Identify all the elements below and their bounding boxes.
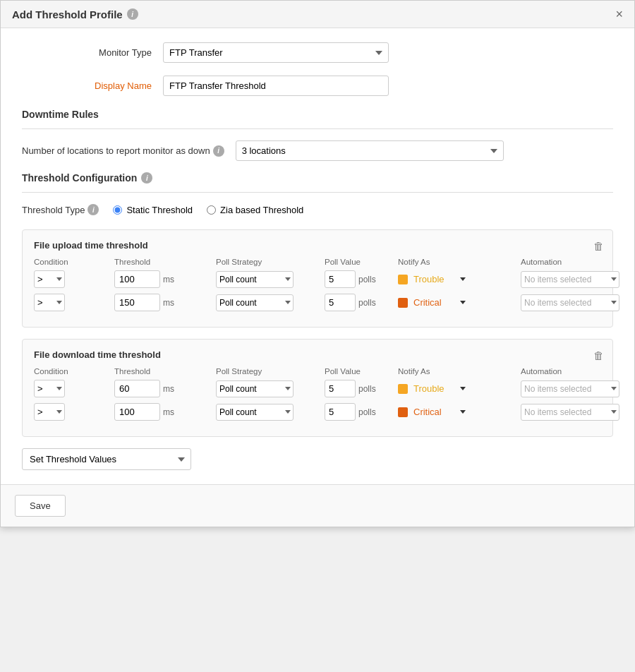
download-row2-poll-value-input[interactable] xyxy=(325,403,356,421)
upload-row1-poll-strategy-select[interactable]: Poll count xyxy=(216,271,294,288)
download-row1-automation-select[interactable]: No items selected xyxy=(521,380,619,397)
download-row2-poll-strategy-select[interactable]: Poll count xyxy=(216,404,294,421)
zia-threshold-label: Zia based Threshold xyxy=(220,205,303,215)
download-row1-notify-badge xyxy=(398,384,408,394)
static-threshold-radio[interactable] xyxy=(113,205,122,215)
upload-col-notify-as: Notify As xyxy=(398,258,518,266)
upload-row1-poll-strategy: Poll count xyxy=(216,271,322,288)
download-row2-notify-badge xyxy=(398,407,408,417)
upload-row2-unit: ms xyxy=(163,298,174,308)
upload-row-1: > ms Poll count polls xyxy=(34,270,601,288)
threshold-config-title: Threshold Configuration i xyxy=(22,172,613,184)
download-row1-notify-select[interactable]: Trouble Critical xyxy=(411,380,467,397)
title-info-icon[interactable]: i xyxy=(127,8,138,20)
download-box-delete-button[interactable]: 🗑 xyxy=(593,349,604,361)
dialog-footer: Save xyxy=(1,484,634,527)
threshold-config-info-icon[interactable]: i xyxy=(141,172,152,184)
download-row1-poll-value-input[interactable] xyxy=(325,380,356,397)
download-row2-condition-select[interactable]: > xyxy=(34,403,65,421)
set-threshold-wrap: Set Threshold Values xyxy=(22,448,613,470)
download-row1-notify: Trouble Critical xyxy=(398,380,518,397)
close-button[interactable]: × xyxy=(615,8,623,20)
threshold-type-info-icon[interactable]: i xyxy=(87,204,99,215)
download-row1-threshold: ms xyxy=(114,380,213,397)
upload-row1-notify-badge xyxy=(398,275,408,284)
upload-row2-poll-value: polls xyxy=(325,294,395,311)
download-row1-condition-select[interactable]: > xyxy=(34,380,65,397)
download-row-2: > ms Poll count polls xyxy=(34,403,601,421)
set-threshold-select[interactable]: Set Threshold Values xyxy=(22,448,191,470)
downtime-label: Number of locations to report monitor as… xyxy=(22,145,224,157)
upload-row2-polls-label: polls xyxy=(358,298,376,308)
display-name-input[interactable] xyxy=(163,76,389,96)
downtime-info-icon[interactable]: i xyxy=(213,145,224,157)
downtime-section: Downtime Rules Number of locations to re… xyxy=(22,109,613,161)
download-col-condition: Condition xyxy=(34,367,111,376)
zia-threshold-option[interactable]: Zia based Threshold xyxy=(207,205,303,215)
download-col-poll-strategy: Poll Strategy xyxy=(216,367,322,376)
upload-row2-threshold-input[interactable] xyxy=(114,294,160,311)
download-row1-condition: > xyxy=(34,380,111,397)
download-row-1: > ms Poll count polls xyxy=(34,380,601,397)
upload-row2-poll-value-input[interactable] xyxy=(325,294,356,311)
download-row1-poll-strategy: Poll count xyxy=(216,380,322,397)
downtime-locations-select[interactable]: 3 locations xyxy=(236,140,504,161)
upload-box-title: File upload time threshold xyxy=(34,240,601,251)
upload-row1-threshold-input[interactable] xyxy=(114,270,160,288)
download-row2-poll-value: polls xyxy=(325,403,395,421)
upload-row2-automation: No items selected xyxy=(521,294,634,311)
monitor-type-control: FTP Transfer xyxy=(163,42,389,63)
upload-row2-notify-select[interactable]: Critical Trouble xyxy=(411,294,467,311)
upload-row1-unit: ms xyxy=(163,275,174,284)
upload-row1-poll-value: polls xyxy=(325,270,395,288)
download-row1-threshold-input[interactable] xyxy=(114,380,160,397)
upload-row1-condition: > xyxy=(34,270,111,288)
download-threshold-box: File download time threshold 🗑 Condition… xyxy=(22,339,613,437)
upload-box-delete-button[interactable]: 🗑 xyxy=(593,240,604,252)
download-row1-polls-label: polls xyxy=(358,384,376,394)
monitor-type-label: Monitor Type xyxy=(22,47,163,58)
monitor-type-row: Monitor Type FTP Transfer xyxy=(22,42,613,63)
upload-row2-automation-select[interactable]: No items selected xyxy=(521,294,619,311)
upload-row1-automation: No items selected xyxy=(521,271,634,288)
download-col-notify-as: Notify As xyxy=(398,367,518,376)
download-col-poll-value: Poll Value xyxy=(325,367,395,376)
upload-row1-automation-select[interactable]: No items selected xyxy=(521,271,619,288)
threshold-config-divider xyxy=(22,192,613,193)
title-text: Add Threshold Profile xyxy=(12,8,123,20)
upload-row1-condition-select[interactable]: > xyxy=(34,270,65,288)
download-row2-threshold-input[interactable] xyxy=(114,403,160,421)
upload-col-threshold: Threshold xyxy=(114,258,213,266)
display-name-label: Display Name xyxy=(22,80,163,91)
monitor-type-select[interactable]: FTP Transfer xyxy=(163,42,389,63)
upload-row1-threshold: ms xyxy=(114,270,213,288)
dialog-title: Add Threshold Profile i xyxy=(12,8,138,20)
dialog-header: Add Threshold Profile i × xyxy=(1,1,634,28)
download-row2-threshold: ms xyxy=(114,403,213,421)
display-name-control xyxy=(163,76,389,96)
static-threshold-label: Static Threshold xyxy=(126,205,193,215)
upload-threshold-box: File upload time threshold 🗑 Condition T… xyxy=(22,229,613,328)
download-row1-poll-strategy-select[interactable]: Poll count xyxy=(216,380,294,397)
download-col-threshold: Threshold xyxy=(114,367,213,376)
download-row2-unit: ms xyxy=(163,407,174,417)
display-name-row: Display Name xyxy=(22,76,613,96)
zia-threshold-radio[interactable] xyxy=(207,205,216,215)
downtime-row: Number of locations to report monitor as… xyxy=(22,140,613,161)
upload-col-poll-value: Poll Value xyxy=(325,258,395,266)
download-row2-notify-select[interactable]: Critical Trouble xyxy=(411,404,467,420)
upload-col-poll-strategy: Poll Strategy xyxy=(216,258,322,266)
add-threshold-dialog: Add Threshold Profile i × Monitor Type F… xyxy=(0,0,635,527)
upload-row1-poll-value-input[interactable] xyxy=(325,270,356,288)
download-row2-automation-select[interactable]: No items selected xyxy=(521,404,619,421)
upload-row2-poll-strategy-select[interactable]: Poll count xyxy=(216,294,294,311)
upload-row2-condition-select[interactable]: > xyxy=(34,294,65,311)
upload-row1-notify: Trouble Critical xyxy=(398,271,518,287)
upload-row-2: > ms Poll count polls xyxy=(34,294,601,311)
upload-row2-threshold: ms xyxy=(114,294,213,311)
upload-row2-notify-badge xyxy=(398,298,408,308)
download-col-automation: Automation xyxy=(521,367,634,376)
static-threshold-option[interactable]: Static Threshold xyxy=(113,205,193,215)
upload-row1-notify-select[interactable]: Trouble Critical xyxy=(411,271,467,287)
save-button[interactable]: Save xyxy=(15,495,66,517)
